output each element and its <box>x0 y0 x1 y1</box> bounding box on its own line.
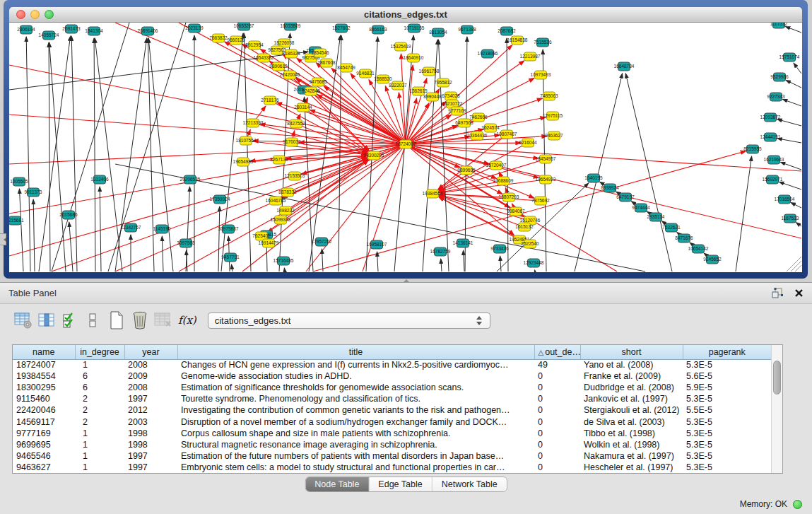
graph-edge[interactable] <box>625 74 672 271</box>
close-panel-icon[interactable] <box>794 288 804 298</box>
graph-node-label: 8938924 <box>601 185 619 190</box>
graph-edge[interactable] <box>284 268 285 271</box>
table-row[interactable]: 1456911722003Disruption of a novel membe… <box>13 416 771 427</box>
graph-edge[interactable] <box>465 37 467 271</box>
graph-edge[interactable] <box>94 38 95 271</box>
column-header-pagerank[interactable]: pagerank <box>683 345 771 359</box>
table-cell: 19384554 <box>13 370 75 382</box>
network-window-titlebar[interactable]: citations_edges.txt <box>9 7 802 23</box>
graph-edge[interactable] <box>791 261 801 271</box>
column-header-year[interactable]: year <box>124 345 177 359</box>
float-panel-icon[interactable] <box>772 288 783 298</box>
table-scrollbar[interactable] <box>771 345 782 473</box>
graph-edge[interactable] <box>785 27 801 33</box>
graph-edge[interactable] <box>779 182 801 189</box>
tab-edge-table[interactable]: Edge Table <box>369 477 432 491</box>
close-window-button[interactable] <box>16 10 25 19</box>
graph-edge[interactable] <box>49 42 66 271</box>
graph-edge[interactable] <box>115 144 406 271</box>
table-cell: 18300295 <box>13 382 75 393</box>
table-row[interactable]: 969969511998Structural magnetic resonanc… <box>13 439 771 450</box>
graph-edge[interactable] <box>777 119 801 126</box>
graph-edge[interactable] <box>231 264 233 271</box>
graph-edge[interactable] <box>322 249 323 271</box>
graph-edge[interactable] <box>794 63 801 74</box>
graph-edge[interactable] <box>377 252 378 271</box>
column-header-name[interactable]: name <box>13 345 75 359</box>
collapse-network-panel-button[interactable] <box>0 233 6 245</box>
minimize-window-button[interactable] <box>30 10 40 19</box>
graph-canvas[interactable]: 1872400718300295193845542306194140557242… <box>9 23 801 272</box>
graph-node-label: 17016504 <box>775 197 795 201</box>
column-header-short[interactable]: short <box>580 345 683 359</box>
delete-column-button[interactable] <box>130 310 150 331</box>
graph-edge[interactable] <box>786 80 801 88</box>
graph-edge[interactable] <box>401 54 406 144</box>
table-cell: Changes of HCN gene expression and I(f) … <box>177 359 534 370</box>
table-row[interactable]: 1872400712008Changes of HCN gene express… <box>13 359 771 370</box>
graph-edge[interactable] <box>148 38 173 271</box>
graph-edge[interactable] <box>69 222 73 271</box>
memory-status-icon[interactable] <box>793 500 802 509</box>
show-columns-button[interactable] <box>37 310 57 331</box>
graph-node-label: 15720407 <box>486 163 507 168</box>
graph-edge[interactable] <box>33 199 35 271</box>
new-column-button[interactable] <box>107 310 126 331</box>
graph-edge[interactable] <box>787 257 801 271</box>
graph-edge[interactable] <box>463 250 464 271</box>
table-scrollbar-thumb[interactable] <box>773 361 781 395</box>
graph-node-label: 20891406 <box>138 28 158 33</box>
function-builder-button[interactable]: f(x) <box>178 314 196 327</box>
graph-edge[interactable] <box>108 23 186 271</box>
graph-edge[interactable] <box>796 223 801 226</box>
column-header-in-degree[interactable]: in_degree <box>75 345 124 359</box>
graph-node-label: 9660128 <box>227 37 245 42</box>
table-row[interactable]: 977716911998Corpus callosum shape and si… <box>13 428 771 439</box>
table-chooser-dropdown[interactable]: citations_edges.txt <box>208 313 490 329</box>
table-cell: 1997 <box>124 450 177 462</box>
graph-node-label: 12444151 <box>760 134 781 139</box>
graph-edge[interactable] <box>26 37 30 271</box>
graph-edge[interactable] <box>9 65 406 144</box>
column-header-out-degree[interactable]: △out_de… <box>534 345 580 359</box>
graph-edge[interactable] <box>736 156 752 271</box>
table-row[interactable]: 946362711997Embryonic stem cells: a mode… <box>13 462 771 473</box>
graph-edge[interactable] <box>71 36 77 271</box>
table-cell: Franke et al. (2009) <box>580 370 683 382</box>
table-row[interactable]: 1938455462009Genome-wide association stu… <box>13 370 771 382</box>
table-row[interactable]: 946554611997Estimation of the future num… <box>13 450 771 462</box>
graph-edge[interactable] <box>441 259 442 271</box>
graph-edge[interactable] <box>100 187 101 271</box>
graph-node-label: 6734028 <box>442 93 460 98</box>
graph-edge[interactable] <box>780 162 801 170</box>
graph-node-label: 17957252 <box>312 239 332 244</box>
select-all-button[interactable] <box>60 310 80 331</box>
table-row[interactable]: 911546021997Tourette syndrome. Phenomeno… <box>13 393 771 404</box>
graph-edge[interactable] <box>777 139 801 143</box>
graph-edge[interactable] <box>52 144 406 271</box>
graph-edge[interactable] <box>500 256 501 271</box>
graph-edge[interactable] <box>162 236 163 271</box>
zoom-window-button[interactable] <box>45 10 54 19</box>
graph-edge[interactable] <box>394 35 413 271</box>
clear-selection-button[interactable] <box>83 310 103 331</box>
graph-edge[interactable] <box>782 99 801 106</box>
table-row[interactable]: 2242004622012Investigating the contribut… <box>13 404 771 416</box>
table-cell: 1997 <box>124 393 177 404</box>
graph-edge[interactable] <box>438 40 449 271</box>
graph-edge[interactable] <box>575 74 623 271</box>
column-header-title[interactable]: title <box>177 345 534 359</box>
graph-edge[interactable] <box>313 151 746 271</box>
graph-edge[interactable] <box>39 36 71 271</box>
graph-edge[interactable] <box>95 38 122 271</box>
graph-edge[interactable] <box>791 202 801 208</box>
graph-node-label: 18724007 <box>396 141 416 146</box>
table-mode-button[interactable] <box>13 310 33 331</box>
delete-table-button[interactable] <box>153 310 173 331</box>
tab-node-table[interactable]: Node Table <box>305 477 369 491</box>
tab-network-table[interactable]: Network Table <box>433 477 507 491</box>
graph-edge[interactable] <box>19 189 23 271</box>
graph-edge[interactable] <box>218 206 220 271</box>
graph-edge[interactable] <box>49 42 50 271</box>
table-row[interactable]: 1830029562008Estimation of significance … <box>13 382 771 393</box>
